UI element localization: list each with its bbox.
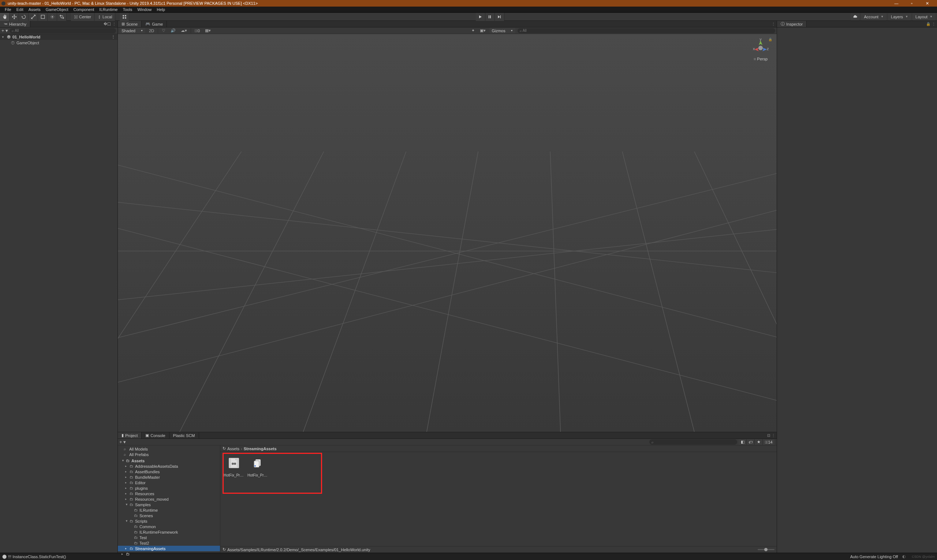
hierarchy-scene-row[interactable]: ▼ 01_HelloWorld ⋮ — [0, 34, 117, 40]
refresh-icon[interactable]: ↻ — [223, 547, 226, 552]
filter-label-icon[interactable]: 🏷 — [747, 439, 755, 445]
scene-search[interactable]: ⌕ — [517, 28, 775, 33]
tree-folder[interactable]: ▸🗀AddressableAssetsData — [118, 463, 220, 469]
layout-dropdown[interactable]: Layout▼ — [912, 13, 935, 20]
menu-assets[interactable]: Assets — [26, 7, 43, 12]
kebab-icon[interactable]: ⋮ — [112, 22, 116, 26]
create-dropdown[interactable]: + ▾ — [2, 28, 8, 33]
snap-toggle[interactable] — [120, 13, 129, 21]
shading-mode-dropdown[interactable]: Shaded▼ — [119, 28, 145, 33]
kebab-icon[interactable]: ⋮ — [932, 22, 935, 26]
menu-edit[interactable]: Edit — [14, 7, 26, 12]
thumbnail-size-slider[interactable] — [758, 549, 774, 550]
tree-folder[interactable]: 🗀ILRuntime — [118, 507, 220, 513]
scene-menu-icon[interactable]: ⋮ — [111, 35, 117, 40]
menu-ilruntime[interactable]: ILRuntime — [97, 7, 120, 12]
favorite-item[interactable]: ⌕All Models — [118, 446, 220, 452]
audio-toggle[interactable]: 🔊 — [169, 28, 177, 33]
pause-button[interactable] — [485, 13, 495, 21]
favorite-item[interactable]: ⌕All Prefabs — [118, 452, 220, 457]
tree-folder[interactable]: ▸🗀Resources — [118, 491, 220, 496]
local-global-toggle[interactable]: Local — [94, 13, 115, 21]
account-dropdown[interactable]: Account▼ — [861, 13, 886, 20]
error-icon[interactable]: ⬤ — [2, 554, 6, 559]
tab-hierarchy[interactable]: ≔ Hierarchy — [0, 21, 31, 27]
layers-dropdown[interactable]: Layers▼ — [888, 13, 911, 20]
menu-help[interactable]: Help — [154, 7, 168, 12]
refresh-icon[interactable]: ↻ — [223, 446, 226, 451]
lighting-status[interactable]: Auto Generate Lighting Off — [850, 554, 898, 559]
tree-folder[interactable]: ▸🗀plugins — [118, 485, 220, 491]
pivot-center-toggle[interactable]: Center — [71, 13, 94, 21]
play-button[interactable] — [476, 13, 485, 21]
breadcrumb-segment[interactable]: Assets — [227, 446, 239, 451]
hidden-count[interactable]: 👁̸14 — [763, 439, 775, 445]
grid-toggle[interactable]: ▦▾ — [203, 28, 212, 33]
tab-game[interactable]: 🎮 Game — [142, 21, 167, 27]
menu-tools[interactable]: Tools — [120, 7, 135, 12]
status-message[interactable]: !!! InstanceClass.StaticFunTest() — [8, 554, 66, 559]
tree-folder[interactable]: 🗀ILRuntimeFramework — [118, 529, 220, 535]
step-button[interactable] — [495, 13, 505, 21]
transform-tool[interactable] — [48, 13, 57, 21]
hierarchy-search[interactable]: ⌕ — [9, 28, 116, 33]
close-button[interactable]: ✕ — [922, 1, 932, 6]
tools-icon[interactable]: ✦ — [470, 28, 476, 33]
rotate-tool[interactable] — [19, 13, 29, 21]
tree-folder[interactable]: 🗀Test2 — [118, 540, 220, 546]
tree-folder[interactable]: 🗀Common — [118, 524, 220, 529]
move-tool[interactable] — [9, 13, 19, 21]
kebab-icon[interactable]: ⋮ — [772, 22, 775, 26]
filter-type-icon[interactable]: ◧ — [739, 439, 747, 445]
breadcrumb: ↻ Assets › StreamingAssets — [220, 445, 777, 452]
breadcrumb-segment[interactable]: StreamingAssets — [244, 446, 277, 451]
asset-grid[interactable]: HotFix_Pro... HotFix_Pro... — [220, 452, 777, 546]
hierarchy-item[interactable]: GameObject — [0, 40, 117, 46]
scene-viewport[interactable]: 🔒 y x z ≡ Persp — [118, 34, 777, 432]
hand-tool[interactable] — [0, 13, 9, 21]
gizmos-dropdown[interactable]: Gizmos▼ — [489, 28, 515, 33]
svg-rect-0 — [41, 15, 44, 18]
tree-folder[interactable]: ▼🗀Scripts — [118, 518, 220, 524]
kebab-icon[interactable]: ⋮ — [772, 433, 775, 437]
lock-icon[interactable]: 🔒 — [926, 22, 931, 26]
lighting-toggle[interactable]: ♡ — [160, 28, 167, 33]
favorite-filter-icon[interactable]: ★ — [755, 439, 763, 445]
cloud-button[interactable] — [851, 13, 859, 20]
tab-project[interactable]: ▮Project — [118, 432, 142, 438]
tree-folder[interactable]: 🗀Test — [118, 535, 220, 540]
scale-tool[interactable] — [29, 13, 38, 21]
popout-icon[interactable]: �囗 — [103, 22, 111, 27]
camera-icon[interactable]: ▣▾ — [479, 28, 487, 33]
fx-toggle[interactable]: ☁▾ — [179, 28, 189, 33]
project-create-dropdown[interactable]: + ▾ — [119, 439, 126, 445]
tab-plastic[interactable]: Plastic SCM — [169, 432, 199, 438]
orientation-gizmo[interactable]: 🔒 y x z ≡ Persp — [749, 38, 772, 61]
hidden-toggle[interactable]: 👁̸0 — [193, 29, 201, 33]
rect-tool[interactable] — [38, 13, 48, 21]
hierarchy-search-input[interactable] — [15, 29, 114, 32]
tree-folder[interactable]: ▸🗀AssetBundles — [118, 469, 220, 474]
menu-file[interactable]: File — [2, 7, 14, 12]
tree-folder[interactable]: ▼🗀Assets — [118, 458, 220, 463]
tab-scene[interactable]: ⊞ Scene — [118, 21, 142, 27]
2d-toggle[interactable]: 2D — [148, 29, 155, 33]
maximize-button[interactable]: ▫ — [906, 1, 917, 6]
tab-inspector[interactable]: ⓘ Inspector — [777, 21, 807, 27]
tree-folder[interactable]: ▸🗀Resources_moved — [118, 496, 220, 502]
tree-folder[interactable]: ▸🗀StreamingAssets — [118, 546, 220, 551]
tab-console[interactable]: ▣Console — [142, 432, 169, 438]
minimize-button[interactable]: — — [891, 1, 902, 6]
popout-icon[interactable]: ⊡ — [767, 433, 770, 437]
svg-marker-23 — [762, 48, 767, 51]
tree-folder[interactable]: ▸🗀Editor — [118, 480, 220, 485]
tree-folder[interactable]: ▼🗀Samples — [118, 502, 220, 507]
scene-search-input[interactable] — [523, 29, 773, 32]
tree-folder[interactable]: ▸🗀BundleMaster — [118, 474, 220, 480]
project-search[interactable]: ⌕ — [649, 439, 737, 445]
menu-window[interactable]: Window — [135, 7, 154, 12]
menu-component[interactable]: Component — [71, 7, 97, 12]
custom-tool[interactable] — [57, 13, 67, 21]
menu-gameobject[interactable]: GameObject — [43, 7, 71, 12]
tree-folder[interactable]: 🗀Scenes — [118, 513, 220, 518]
